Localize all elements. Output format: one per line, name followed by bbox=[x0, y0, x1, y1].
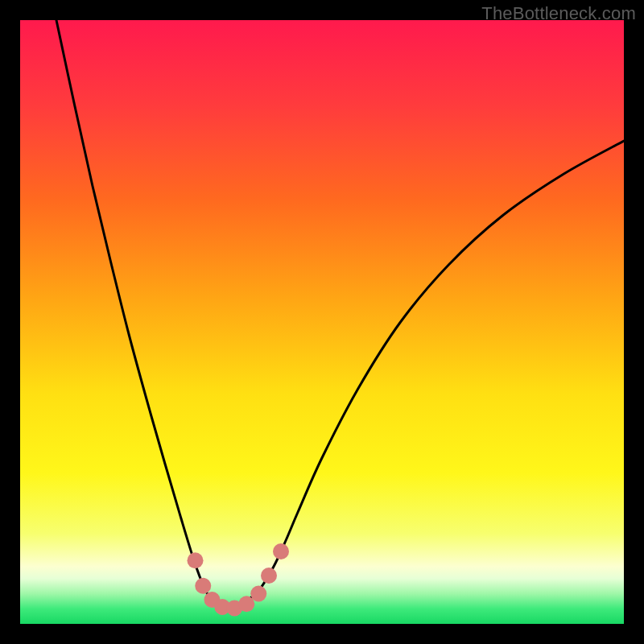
marker-dot bbox=[261, 568, 277, 584]
marker-dot bbox=[273, 543, 289, 559]
marker-dot bbox=[195, 578, 211, 594]
watermark-text: TheBottleneck.com bbox=[481, 3, 636, 24]
marker-dots-group bbox=[188, 543, 290, 617]
marker-dots bbox=[20, 20, 624, 624]
marker-dot bbox=[250, 586, 266, 602]
plot-frame bbox=[20, 20, 624, 624]
chart-stage: TheBottleneck.com bbox=[0, 0, 644, 644]
marker-dot bbox=[188, 552, 204, 568]
